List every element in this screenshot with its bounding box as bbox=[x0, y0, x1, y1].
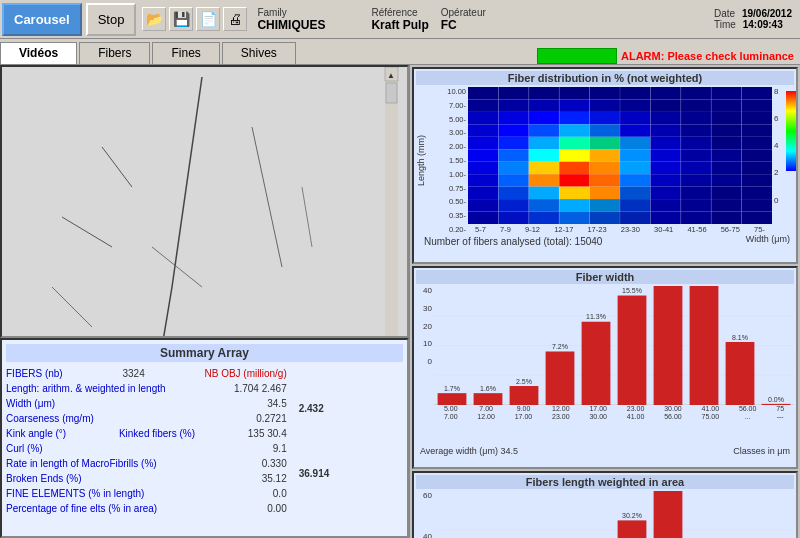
svg-rect-83 bbox=[650, 162, 680, 174]
svg-rect-109 bbox=[529, 199, 559, 211]
summary-width-row: Width (μm) 34.5 bbox=[6, 396, 287, 411]
svg-rect-14 bbox=[386, 83, 397, 103]
fiber-width-content: 40 30 20 10 0 1.7% bbox=[416, 286, 794, 445]
tab-shives[interactable]: Shives bbox=[222, 42, 296, 64]
svg-rect-48 bbox=[498, 124, 528, 136]
date-label: Date bbox=[714, 8, 735, 19]
svg-rect-144 bbox=[510, 386, 539, 405]
summary-col-right: 2.432 36.914 bbox=[291, 366, 403, 516]
file-icon[interactable]: 📄 bbox=[196, 7, 220, 31]
fibers-label: FIBERS (nb) bbox=[6, 366, 63, 381]
mid-value2: 36.914 bbox=[291, 461, 403, 486]
kink-value: 135 30.4 bbox=[248, 426, 287, 441]
svg-rect-11 bbox=[385, 67, 398, 336]
broken-value: 35.12 bbox=[262, 471, 287, 486]
fine-elts-area-label: Percentage of fine elts (% in area) bbox=[6, 501, 157, 516]
svg-rect-175 bbox=[654, 491, 683, 538]
svg-rect-29 bbox=[529, 99, 559, 111]
x-labels: 5-7 7-9 9-12 12-17 17-23 23-30 30-41 41-… bbox=[468, 225, 772, 234]
svg-rect-56 bbox=[742, 124, 772, 136]
svg-rect-41 bbox=[590, 112, 620, 124]
svg-rect-108 bbox=[498, 199, 528, 211]
fine-elements-label: FINE ELEMENTS (% in length) bbox=[6, 486, 144, 501]
summary-length-row: Length: arithm. & weighted in length 1.7… bbox=[6, 381, 287, 396]
svg-rect-26 bbox=[742, 87, 772, 99]
svg-rect-75 bbox=[711, 149, 741, 161]
luminance-bar bbox=[537, 48, 617, 64]
svg-rect-21 bbox=[590, 87, 620, 99]
svg-rect-87 bbox=[468, 174, 498, 186]
svg-rect-65 bbox=[711, 137, 741, 149]
summary-col-left: FIBERS (nb) 3324 NB OBJ (million/g) Leng… bbox=[6, 366, 287, 516]
svg-rect-58 bbox=[498, 137, 528, 149]
svg-text:▲: ▲ bbox=[387, 71, 395, 80]
svg-rect-173 bbox=[618, 520, 647, 538]
fiber-dist-title: Fiber distribution in % (not weighted) bbox=[416, 71, 794, 85]
svg-rect-105 bbox=[711, 187, 741, 199]
toolbar-icons: 📂 💾 📄 🖨 bbox=[142, 7, 247, 31]
open-icon[interactable]: 📂 bbox=[142, 7, 166, 31]
kinked-label: Kinked fibers (%) bbox=[119, 426, 195, 441]
svg-text:11.3%: 11.3% bbox=[586, 313, 606, 320]
svg-rect-125 bbox=[711, 212, 741, 224]
svg-rect-55 bbox=[711, 124, 741, 136]
fiber-length-content: 60 40 20 0 1.4% 1.4% bbox=[416, 491, 794, 538]
svg-rect-150 bbox=[618, 296, 647, 406]
tab-fines[interactable]: Fines bbox=[152, 42, 219, 64]
svg-rect-70 bbox=[559, 149, 589, 161]
tab-videos[interactable]: Vidéos bbox=[0, 42, 77, 64]
svg-rect-103 bbox=[650, 187, 680, 199]
svg-rect-20 bbox=[559, 87, 589, 99]
carousel-button[interactable]: Carousel bbox=[2, 3, 82, 36]
time-value: 14:09:43 bbox=[743, 19, 783, 30]
svg-rect-112 bbox=[620, 199, 650, 211]
stop-button[interactable]: Stop bbox=[86, 3, 137, 36]
save-icon[interactable]: 💾 bbox=[169, 7, 193, 31]
summary-kink-row: Kink angle (°) Kinked fibers (%) 135 30.… bbox=[6, 426, 287, 441]
svg-rect-81 bbox=[590, 162, 620, 174]
tabbar: Vidéos Fibers Fines Shives ALARM: Please… bbox=[0, 39, 800, 65]
fiber-width-panel: Fiber width 40 30 20 10 0 bbox=[412, 266, 798, 469]
svg-rect-27 bbox=[468, 99, 498, 111]
svg-text:0.0%: 0.0% bbox=[768, 396, 784, 403]
curl-value: 9.1 bbox=[273, 441, 287, 456]
svg-rect-23 bbox=[650, 87, 680, 99]
svg-rect-78 bbox=[498, 162, 528, 174]
fiber-width-title: Fiber width bbox=[416, 270, 794, 284]
bar-x-labels: 5.007.00 7.0012.00 9.0017.00 12.0023.00 … bbox=[434, 405, 794, 422]
curl-label: Curl (%) bbox=[6, 441, 43, 456]
date-time-field: Date 19/06/2012 Time 14:09:43 bbox=[714, 8, 792, 30]
svg-text:8.1%: 8.1% bbox=[732, 334, 748, 341]
summary-rate-row: Rate in length of MacroFibrills (%) 0.33… bbox=[6, 456, 287, 471]
svg-rect-74 bbox=[681, 149, 711, 161]
svg-rect-88 bbox=[498, 174, 528, 186]
svg-rect-79 bbox=[529, 162, 559, 174]
length-yaxis: 60 40 20 0 bbox=[416, 491, 434, 538]
svg-rect-31 bbox=[590, 99, 620, 111]
operator-field: Opérateur FC bbox=[441, 7, 486, 32]
svg-text:1.7%: 1.7% bbox=[444, 385, 460, 392]
tab-fibers[interactable]: Fibers bbox=[79, 42, 150, 64]
svg-rect-82 bbox=[620, 162, 650, 174]
fibers-value: 3324 bbox=[122, 366, 144, 381]
svg-text:15.5%: 15.5% bbox=[622, 287, 642, 294]
rate-label: Rate in length of MacroFibrills (%) bbox=[6, 456, 157, 471]
summary-fine-area-row: Percentage of fine elts (% in area) 0.00 bbox=[6, 501, 287, 516]
svg-rect-102 bbox=[620, 187, 650, 199]
svg-rect-50 bbox=[559, 124, 589, 136]
fiber-length-panel: Fibers length weighted in area 60 40 20 … bbox=[412, 471, 798, 538]
svg-rect-97 bbox=[468, 187, 498, 199]
svg-text:7.2%: 7.2% bbox=[552, 343, 568, 350]
svg-rect-126 bbox=[742, 212, 772, 224]
svg-rect-118 bbox=[498, 212, 528, 224]
fiber-length-title: Fibers length weighted in area bbox=[416, 475, 794, 489]
print-icon[interactable]: 🖨 bbox=[223, 7, 247, 31]
svg-rect-80 bbox=[559, 162, 589, 174]
svg-rect-142 bbox=[474, 393, 503, 405]
fiber-length-bars: 1.4% 1.4% 2.6% 3.0% 20.5% bbox=[434, 491, 794, 538]
svg-rect-51 bbox=[590, 124, 620, 136]
rate-value: 0.330 bbox=[262, 456, 287, 471]
svg-rect-66 bbox=[742, 137, 772, 149]
svg-rect-152 bbox=[654, 286, 683, 405]
width-unit-label: Width (μm) bbox=[746, 234, 790, 247]
